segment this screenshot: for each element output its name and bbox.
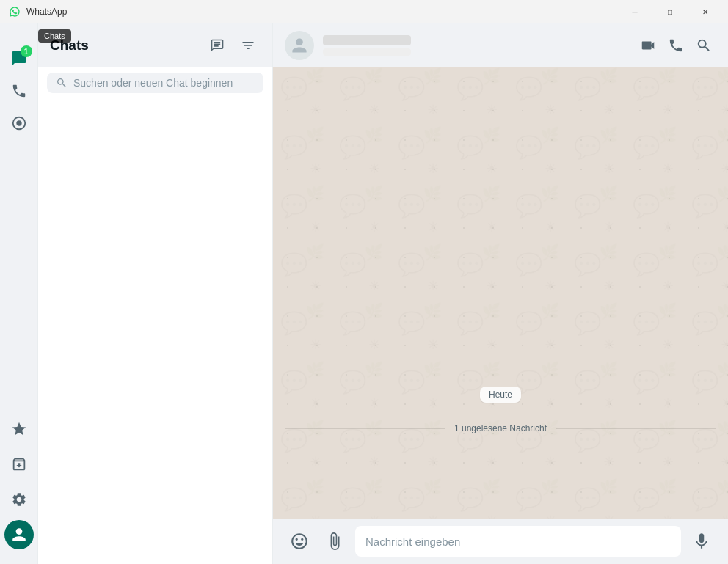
date-divider: Heute bbox=[285, 387, 716, 403]
sidebar-item-starred[interactable] bbox=[4, 414, 34, 444]
sidebar-item-chats[interactable]: 1 bbox=[4, 44, 34, 73]
chat-list-body[interactable] bbox=[38, 99, 272, 564]
unread-badge: 1 bbox=[21, 45, 32, 57]
sidebar-item-calls[interactable] bbox=[4, 76, 34, 106]
maximize-button[interactable]: □ bbox=[653, 0, 687, 23]
chat-list-panel: Chats bbox=[38, 23, 273, 564]
filter-button[interactable] bbox=[236, 33, 261, 58]
chat-body[interactable]: 💬 🌿 ☀ Heute 1 u bbox=[273, 67, 728, 519]
sidebar-item-status[interactable] bbox=[4, 109, 34, 138]
voice-message-button[interactable] bbox=[687, 527, 716, 556]
sidebar-avatar[interactable] bbox=[4, 520, 34, 549]
sidebar-item-settings[interactable] bbox=[4, 485, 34, 514]
whatsapp-icon bbox=[9, 6, 21, 18]
unread-line-right bbox=[556, 428, 716, 429]
chat-list-title: Chats bbox=[50, 37, 89, 54]
titlebar-title: WhatsApp bbox=[26, 7, 67, 17]
minimize-button[interactable]: ─ bbox=[618, 0, 652, 23]
search-icon bbox=[56, 77, 68, 89]
search-bar bbox=[38, 67, 272, 99]
sidebar-item-archived[interactable] bbox=[4, 450, 34, 479]
unread-label: 1 ungelesene Nachricht bbox=[454, 423, 547, 433]
chat-list-actions bbox=[205, 33, 261, 58]
close-button[interactable]: ✕ bbox=[688, 0, 722, 23]
chat-input-area bbox=[273, 519, 728, 564]
chat-contact-name bbox=[323, 35, 411, 45]
chat-main: 💬 🌿 ☀ Heute 1 u bbox=[273, 23, 728, 564]
search-input[interactable] bbox=[73, 77, 255, 89]
voice-call-button[interactable] bbox=[663, 33, 688, 58]
message-input[interactable] bbox=[355, 526, 681, 557]
rail-bottom bbox=[4, 414, 34, 558]
date-label: Heute bbox=[480, 387, 521, 403]
unread-line-left bbox=[285, 428, 445, 429]
chat-header-info bbox=[323, 35, 411, 56]
titlebar-controls: ─ □ ✕ bbox=[618, 0, 722, 23]
chat-list-header: Chats bbox=[38, 23, 272, 67]
video-call-button[interactable] bbox=[636, 33, 660, 58]
chat-header bbox=[273, 23, 728, 67]
attach-button[interactable] bbox=[320, 527, 349, 556]
chat-header-actions bbox=[636, 33, 716, 58]
icon-rail: Chats 1 bbox=[0, 23, 38, 564]
chat-body-content: Heute 1 ungelesene Nachricht bbox=[273, 67, 728, 451]
titlebar-left: WhatsApp bbox=[9, 6, 67, 18]
chat-header-left bbox=[285, 31, 411, 60]
unread-divider: 1 ungelesene Nachricht bbox=[285, 423, 716, 433]
svg-point-1 bbox=[16, 120, 21, 125]
chat-contact-status bbox=[323, 48, 411, 56]
emoji-button[interactable] bbox=[285, 527, 314, 556]
chat-avatar[interactable] bbox=[285, 31, 314, 60]
new-chat-button[interactable] bbox=[205, 33, 230, 58]
app-body: Chats 1 bbox=[0, 23, 728, 564]
titlebar: WhatsApp ─ □ ✕ bbox=[0, 0, 728, 23]
search-chat-button[interactable] bbox=[691, 33, 716, 58]
search-input-wrapper bbox=[47, 73, 263, 93]
